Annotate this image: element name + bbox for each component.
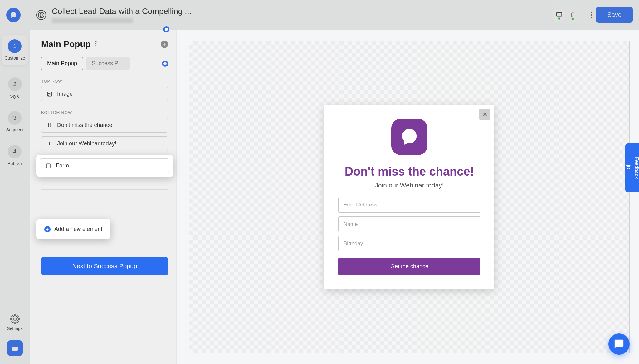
- step-label: Style: [10, 94, 20, 99]
- element-row-label: Don't miss the chance!: [57, 122, 114, 129]
- panel-more-button[interactable]: [95, 41, 97, 48]
- image-icon: [46, 91, 53, 97]
- next-to-success-button[interactable]: Next to Success Popup: [41, 257, 168, 275]
- step-label: Publish: [8, 161, 22, 166]
- element-row-form-highlight: Form: [36, 155, 173, 177]
- svg-point-4: [591, 12, 592, 13]
- step-number: 3: [8, 111, 22, 125]
- status-dot-icon: [572, 18, 574, 20]
- popup-heading: Don't miss the chance!: [338, 165, 480, 178]
- tab-success-popup[interactable]: Success Po...: [86, 57, 130, 70]
- svg-rect-1: [557, 12, 562, 16]
- tab-main-popup[interactable]: Main Popup: [41, 57, 83, 70]
- step-segment[interactable]: 3 Segment: [6, 111, 23, 132]
- toolbox-button[interactable]: [7, 340, 23, 356]
- title-area: Collect Lead Data with a Compelling ...: [52, 7, 552, 23]
- top-header: Collect Lead Data with a Compelling ... …: [0, 0, 639, 30]
- step-customize[interactable]: 1 Customize: [2, 35, 27, 65]
- svg-point-10: [95, 45, 96, 46]
- popup-logo: [391, 119, 427, 155]
- canvas-area: ✕ Don't miss the chance! Join our Webina…: [177, 30, 639, 364]
- chat-icon: [614, 339, 624, 349]
- form-icon: [45, 163, 51, 169]
- popup-close-button[interactable]: ✕: [479, 109, 490, 120]
- kebab-icon: [591, 12, 592, 18]
- feedback-label: Feedback: [634, 157, 639, 179]
- svg-point-3: [573, 16, 573, 16]
- step-number: 2: [8, 77, 22, 91]
- globe-icon[interactable]: [36, 10, 46, 20]
- mobile-icon: [570, 12, 575, 18]
- step-publish[interactable]: 4 Publish: [8, 145, 22, 166]
- status-dot-icon: [558, 18, 560, 20]
- add-element-label: Add a new element: [54, 226, 102, 232]
- section-label-top-row: TOP ROW: [41, 79, 168, 84]
- chat-launcher-button[interactable]: [608, 333, 630, 355]
- element-row-label: Join our Webinar today!: [57, 140, 116, 147]
- kebab-icon: [95, 41, 97, 46]
- svg-point-7: [14, 318, 16, 320]
- config-panel: Main Popup + Main Popup Success Po... TO…: [30, 30, 177, 364]
- page-title: Collect Lead Data with a Compelling ...: [52, 7, 552, 16]
- popup-logo-icon: [400, 127, 419, 147]
- preview-artboard[interactable]: ✕ Don't miss the chance! Join our Webina…: [189, 41, 630, 353]
- device-switcher: [552, 7, 580, 22]
- section-label-bottom-row: BOTTOM ROW: [41, 110, 168, 115]
- plus-circle-icon: +: [44, 226, 51, 232]
- step-label: Segment: [6, 127, 23, 132]
- popup-cta-button[interactable]: Get the chance: [338, 258, 480, 275]
- add-element-button[interactable]: + Add a new element: [36, 219, 110, 239]
- tab-radio-indicator-icon: [162, 61, 168, 67]
- popup-birthday-input[interactable]: [338, 236, 480, 251]
- popup-preview: ✕ Don't miss the chance! Join our Webina…: [324, 105, 494, 289]
- text-icon: T: [46, 141, 53, 147]
- plus-icon: +: [163, 41, 166, 47]
- element-row-heading[interactable]: H Don't miss the chance!: [41, 118, 168, 133]
- svg-point-8: [95, 41, 96, 42]
- step-label: Customize: [4, 56, 25, 61]
- header-more-button[interactable]: [587, 9, 596, 21]
- element-row-text[interactable]: T Join our Webinar today!: [41, 136, 168, 151]
- heading-icon: H: [46, 122, 53, 129]
- popup-email-input[interactable]: [338, 197, 480, 213]
- briefcase-icon: [11, 344, 19, 352]
- page-subtitle-redacted: [52, 18, 133, 23]
- svg-point-5: [591, 14, 592, 16]
- cart-icon: [625, 164, 631, 172]
- feedback-tab[interactable]: Feedback: [625, 143, 639, 192]
- device-desktop-button[interactable]: [553, 9, 565, 21]
- add-panel-button[interactable]: +: [161, 41, 168, 48]
- element-row-form[interactable]: Form: [40, 158, 169, 173]
- element-row-label: Form: [56, 163, 69, 169]
- app-logo-icon: [10, 11, 17, 19]
- element-row-label: Image: [57, 91, 73, 97]
- step-style[interactable]: 2 Style: [8, 77, 22, 99]
- settings-button[interactable]: Settings: [7, 314, 23, 331]
- left-sidebar: 1 Customize 2 Style 3 Segment 4 Publish …: [0, 30, 30, 364]
- gear-icon: [10, 314, 20, 326]
- popup-subheading: Join our Webinar today!: [338, 182, 480, 189]
- save-button[interactable]: Save: [596, 7, 633, 23]
- device-mobile-button[interactable]: [567, 9, 579, 21]
- svg-point-9: [95, 43, 96, 44]
- desktop-icon: [556, 12, 563, 18]
- svg-point-12: [48, 93, 49, 94]
- svg-point-6: [591, 17, 592, 18]
- panel-title: Main Popup: [41, 39, 91, 49]
- panel-radio-indicator-icon: [163, 26, 169, 32]
- popup-name-input[interactable]: [338, 216, 480, 232]
- step-number: 1: [8, 39, 22, 53]
- divider: [41, 189, 168, 190]
- settings-label: Settings: [7, 326, 23, 331]
- element-row-image[interactable]: Image: [41, 87, 168, 101]
- close-icon: ✕: [482, 111, 488, 118]
- app-logo[interactable]: [6, 8, 21, 22]
- step-number: 4: [8, 145, 22, 158]
